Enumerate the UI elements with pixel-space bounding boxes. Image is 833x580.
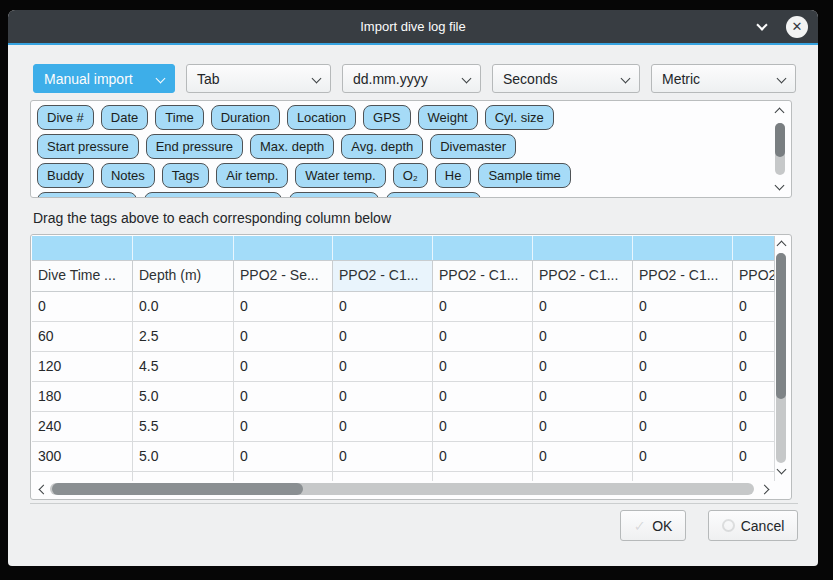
tag-notes[interactable]: Notes	[101, 163, 155, 188]
tag-tags[interactable]: Tags	[162, 163, 209, 188]
table-cell: 60	[32, 322, 133, 351]
table-cell: 0	[333, 442, 433, 471]
tag-cyl-size[interactable]: Cyl. size	[485, 105, 554, 130]
table-vscroll-thumb[interactable]	[776, 253, 786, 399]
scroll-down-icon[interactable]	[775, 181, 785, 191]
units-combo-value: Metric	[662, 71, 700, 87]
ok-button[interactable]: ✓ OK	[620, 510, 686, 541]
table-cell: 0	[633, 352, 733, 381]
titlebar-buttons: ✕	[752, 10, 808, 43]
import-dialog-window: Import dive log file ✕ Manual importTabd…	[8, 10, 818, 566]
column-header-cell[interactable]: Dive Time ...	[32, 261, 133, 291]
tag-max-depth[interactable]: Max. depth	[250, 134, 334, 159]
tag-sample-time[interactable]: Sample time	[478, 163, 570, 188]
table-cell: 0	[333, 382, 433, 411]
field-separator-combo[interactable]: Tab	[186, 64, 331, 93]
table-cell: 0	[533, 322, 633, 351]
column-header-cell[interactable]: PPO2 - C1...	[433, 261, 533, 291]
tag-sample-cns[interactable]: Sample CNS	[386, 192, 481, 197]
date-format-combo-value: dd.mm.yyyy	[353, 71, 428, 87]
tag-scroll-track[interactable]	[775, 123, 785, 175]
tag-gps[interactable]: GPS	[363, 105, 410, 130]
column-header-cell[interactable]: Depth (m)	[133, 261, 234, 291]
tag-he[interactable]: He	[435, 163, 472, 188]
scroll-right-icon[interactable]	[760, 485, 770, 495]
import-type-combo[interactable]: Manual import	[33, 64, 175, 93]
table-cell: 0	[633, 442, 733, 471]
duration-format-combo-value: Seconds	[503, 71, 557, 87]
tag-date[interactable]: Date	[101, 105, 148, 130]
column-drop-cell[interactable]	[433, 236, 533, 260]
table-horizontal-scrollbar[interactable]	[32, 480, 790, 498]
tag-air-temp[interactable]: Air temp.	[216, 163, 288, 188]
table-cell: 0	[433, 442, 533, 471]
table-cell: 0	[733, 352, 775, 381]
column-drop-cell[interactable]	[533, 236, 633, 260]
table-cell: 0	[433, 292, 533, 321]
table-hscroll-thumb[interactable]	[52, 483, 303, 495]
tag-buddy[interactable]: Buddy	[37, 163, 94, 188]
duration-format-combo[interactable]: Seconds	[492, 64, 640, 93]
table-cell: 0	[533, 412, 633, 441]
chevron-down-icon	[462, 74, 472, 84]
table-cell: 0	[433, 322, 533, 351]
table-cell: 0	[32, 292, 133, 321]
tag-o[interactable]: O₂	[393, 163, 428, 188]
tag-sample-po[interactable]: Sample pO₂	[289, 192, 379, 197]
table-cell: 0	[733, 292, 775, 321]
column-drop-cell[interactable]	[633, 236, 733, 260]
tag-pool-scrollbar[interactable]	[773, 109, 787, 189]
column-header-cell[interactable]: PPO2 - C1...	[733, 261, 775, 291]
table-row: 00.0000000	[32, 292, 775, 322]
tag-duration[interactable]: Duration	[211, 105, 280, 130]
tag-end-pressure[interactable]: End pressure	[146, 134, 243, 159]
tag-dive[interactable]: Dive #	[37, 105, 94, 130]
window-close-button[interactable]: ✕	[786, 16, 808, 38]
tag-divemaster[interactable]: Divemaster	[430, 134, 516, 159]
tag-sample-temperature[interactable]: Sample temperature	[144, 192, 282, 197]
column-drop-cell[interactable]	[234, 236, 333, 260]
tag-start-pressure[interactable]: Start pressure	[37, 134, 139, 159]
table-cell: 0	[234, 352, 333, 381]
date-format-combo[interactable]: dd.mm.yyyy	[342, 64, 481, 93]
table-cell: 0	[234, 382, 333, 411]
import-preview-table: Dive Time ...Depth (m)PPO2 - Se...PPO2 -…	[30, 234, 792, 500]
table-vertical-scrollbar[interactable]	[773, 236, 790, 481]
table-cell: 0	[234, 322, 333, 351]
check-icon: ✓	[634, 518, 647, 533]
column-header-cell[interactable]: PPO2 - C1...	[333, 261, 433, 291]
scroll-up-icon[interactable]	[775, 108, 785, 118]
table-hscroll-track[interactable]	[50, 483, 754, 495]
tag-sample-depth[interactable]: Sample depth	[37, 192, 137, 197]
cancel-button-label: Cancel	[741, 518, 785, 534]
scroll-down-icon[interactable]	[777, 465, 787, 475]
table-cell: 0	[234, 292, 333, 321]
column-drop-cell[interactable]	[333, 236, 433, 260]
table-cell: 0	[533, 292, 633, 321]
chevron-down-icon	[621, 74, 631, 84]
column-drop-cell[interactable]	[733, 236, 775, 260]
tag-time[interactable]: Time	[155, 105, 203, 130]
scroll-up-icon[interactable]	[777, 241, 787, 251]
table-cell: 0.0	[133, 292, 234, 321]
scroll-left-icon[interactable]	[39, 485, 49, 495]
column-header-cell[interactable]: PPO2 - C1...	[533, 261, 633, 291]
units-combo[interactable]: Metric	[651, 64, 796, 93]
titlebar[interactable]: Import dive log file ✕	[8, 10, 818, 43]
column-header-cell[interactable]: PPO2 - C1...	[633, 261, 733, 291]
table-cell: 4.5	[133, 352, 234, 381]
table-vscroll-track[interactable]	[776, 253, 786, 463]
column-drop-cell[interactable]	[133, 236, 234, 260]
table-cell: 0	[633, 292, 733, 321]
cancel-button[interactable]: Cancel	[708, 510, 798, 541]
tag-weight[interactable]: Weight	[418, 105, 478, 130]
table-cell: 0	[533, 442, 633, 471]
tag-location[interactable]: Location	[287, 105, 356, 130]
tag-avg-depth[interactable]: Avg. depth	[341, 134, 423, 159]
column-header-cell[interactable]: PPO2 - Se...	[234, 261, 333, 291]
column-drop-cell[interactable]	[32, 236, 133, 260]
tag-water-temp[interactable]: Water temp.	[295, 163, 385, 188]
tag-scroll-thumb[interactable]	[775, 123, 785, 157]
window-shade-button[interactable]	[752, 17, 772, 37]
field-separator-combo-value: Tab	[197, 71, 220, 87]
